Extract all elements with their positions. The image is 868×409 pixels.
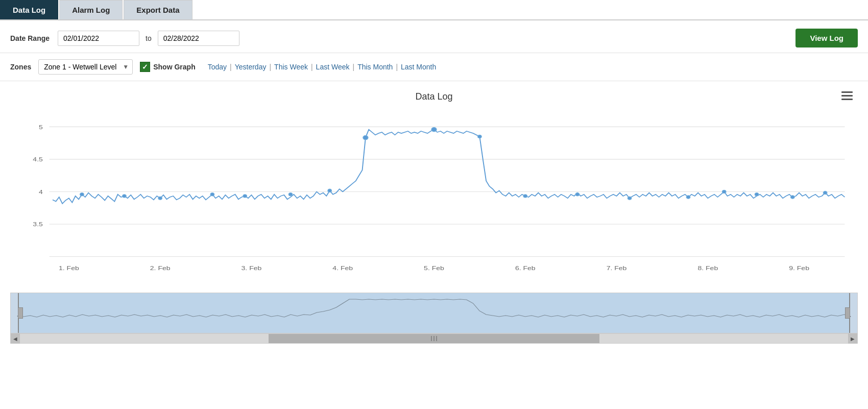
date-to-input[interactable]	[158, 31, 239, 46]
shortcut-today[interactable]: Today	[208, 63, 227, 71]
navigator-selection[interactable]	[18, 293, 850, 333]
shortcut-last-month[interactable]: Last Month	[401, 63, 436, 71]
svg-text:7. Feb: 7. Feb	[607, 264, 627, 272]
tab-alarm-log[interactable]: Alarm Log	[59, 0, 123, 19]
zone-select[interactable]: Zone 1 - Wetwell Level	[38, 59, 133, 75]
svg-text:8. Feb: 8. Feb	[697, 264, 718, 272]
svg-point-22	[243, 195, 247, 198]
to-label: to	[146, 34, 152, 42]
svg-point-35	[823, 191, 827, 194]
navigator-handle-left[interactable]	[18, 307, 23, 319]
svg-point-32	[722, 190, 726, 193]
chart-title: Data Log	[415, 91, 452, 102]
svg-text:1. Feb: 1. Feb	[59, 264, 79, 272]
svg-point-29	[575, 193, 580, 196]
svg-text:3. Feb: 3. Feb	[242, 264, 262, 272]
shortcut-yesterday[interactable]: Yesterday	[235, 63, 267, 71]
scroll-thumb-grip	[431, 336, 437, 341]
svg-text:3.5: 3.5	[33, 221, 43, 228]
svg-text:2. Feb: 2. Feb	[150, 264, 171, 272]
tab-bar: Data Log Alarm Log Export Data	[0, 0, 868, 20]
svg-point-19	[123, 195, 127, 198]
svg-point-24	[328, 189, 332, 192]
scroll-track[interactable]	[20, 334, 848, 343]
controls-row: Date Range to View Log	[0, 20, 868, 53]
show-graph-label: Show Graph	[153, 63, 195, 71]
chart-svg-wrapper: 5 4.5 4 3.5 1. Feb 2. Feb 3. Feb 4. Feb …	[10, 105, 858, 291]
svg-point-34	[790, 196, 794, 199]
zones-label: Zones	[10, 63, 31, 71]
view-log-button[interactable]: View Log	[795, 29, 858, 47]
zone-select-wrapper: Zone 1 - Wetwell Level ▼	[38, 59, 133, 75]
svg-point-27	[478, 135, 482, 138]
svg-point-20	[158, 197, 162, 200]
svg-point-26	[431, 127, 437, 131]
svg-text:4. Feb: 4. Feb	[332, 264, 353, 272]
svg-point-33	[755, 193, 759, 196]
main-chart-svg: 5 4.5 4 3.5 1. Feb 2. Feb 3. Feb 4. Feb …	[10, 105, 858, 289]
show-graph-wrapper: Show Graph	[140, 62, 195, 72]
date-shortcuts: Today | Yesterday | This Week | Last Wee…	[208, 63, 437, 71]
chart-container: Data Log 5 4.5 4 3.5 1. Feb 2. Feb 3. Fe…	[0, 81, 868, 344]
scrollbar[interactable]: ◀ ▶	[10, 333, 858, 344]
svg-point-21	[210, 193, 214, 196]
date-from-input[interactable]	[58, 31, 139, 46]
tab-export-data[interactable]: Export Data	[124, 0, 192, 19]
hamburger-menu-icon[interactable]	[841, 91, 853, 100]
svg-text:6. Feb: 6. Feb	[515, 264, 536, 272]
svg-text:4: 4	[39, 188, 43, 196]
navigator-handle-right[interactable]	[845, 307, 850, 319]
scroll-right-arrow[interactable]: ▶	[848, 333, 857, 344]
chart-title-row: Data Log	[10, 86, 858, 105]
date-range-label: Date Range	[10, 34, 50, 42]
svg-text:4.5: 4.5	[33, 156, 43, 163]
svg-point-25	[363, 135, 368, 139]
shortcut-last-week[interactable]: Last Week	[316, 63, 350, 71]
tab-data-log[interactable]: Data Log	[0, 0, 58, 19]
show-graph-checkbox[interactable]	[140, 62, 150, 72]
navigator-wrapper[interactable]	[10, 293, 858, 333]
svg-point-31	[686, 196, 690, 199]
svg-text:9. Feb: 9. Feb	[789, 264, 809, 272]
svg-point-28	[523, 195, 527, 198]
svg-point-18	[80, 193, 84, 196]
svg-point-30	[628, 197, 632, 200]
shortcut-this-week[interactable]: This Week	[274, 63, 308, 71]
svg-point-23	[288, 193, 293, 196]
svg-text:5. Feb: 5. Feb	[424, 264, 444, 272]
shortcut-this-month[interactable]: This Month	[357, 63, 393, 71]
zones-row: Zones Zone 1 - Wetwell Level ▼ Show Grap…	[0, 53, 868, 81]
scroll-left-arrow[interactable]: ◀	[11, 333, 20, 344]
scroll-thumb[interactable]	[269, 334, 600, 343]
svg-text:5: 5	[39, 124, 43, 131]
